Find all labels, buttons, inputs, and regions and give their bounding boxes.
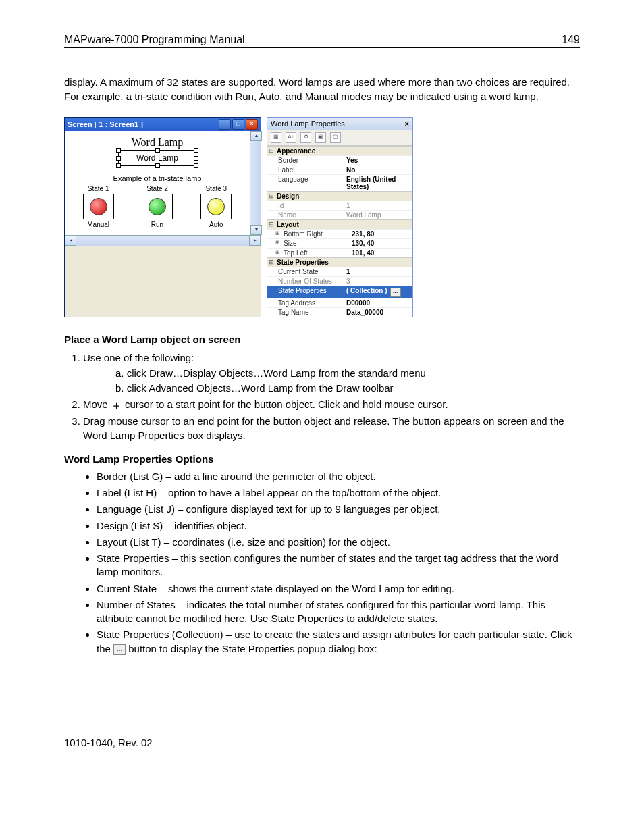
property-row[interactable]: Top Left101, 40 xyxy=(267,248,412,257)
list-item: State Properties (Collection) – use to c… xyxy=(97,628,580,656)
property-key: Id xyxy=(267,201,344,210)
properties-close-icon[interactable]: × xyxy=(405,120,409,128)
property-row[interactable]: Tag AddressD00000 xyxy=(267,298,412,307)
canvas-caption: Example of a tri-state lamp xyxy=(69,174,246,182)
property-row[interactable]: Current State1 xyxy=(267,267,412,276)
toolbar-icon[interactable]: ▢ xyxy=(330,132,341,143)
property-value[interactable]: 1 xyxy=(344,201,412,210)
sort-az-icon[interactable]: A↓ xyxy=(286,132,296,143)
property-value[interactable]: 130, 40 xyxy=(350,239,412,248)
toolbar-icon[interactable]: ▣ xyxy=(315,132,326,143)
window-titlebar[interactable]: Screen [ 1 : Screen1 ] _ □ × xyxy=(65,118,261,131)
state-head: State 1 xyxy=(72,185,126,192)
state-column: State 1Manual xyxy=(72,185,126,228)
property-row[interactable]: BorderYes xyxy=(267,155,412,165)
scroll-left-icon[interactable]: ◂ xyxy=(65,236,76,246)
state-head: State 2 xyxy=(130,185,184,192)
state-foot: Auto xyxy=(189,221,243,228)
property-key: Label xyxy=(267,165,344,174)
property-key: State Properties xyxy=(267,286,344,298)
section-heading: Place a Word Lamp object on screen xyxy=(64,334,580,345)
property-value[interactable]: Yes xyxy=(344,156,412,165)
property-value[interactable]: ( Collection )… xyxy=(344,286,412,298)
window-title: Screen [ 1 : Screen1 ] xyxy=(68,120,143,128)
properties-panel: Word Lamp Properties × ▦ A↓ ⚙ ▣ ▢ Appear… xyxy=(267,117,413,317)
vertical-scrollbar[interactable]: ▴ ▾ xyxy=(250,131,261,235)
list-item: Border (List G) – add a line around the … xyxy=(97,470,580,484)
property-key: Tag Address xyxy=(267,298,344,307)
property-row[interactable]: State Properties( Collection )… xyxy=(267,286,412,298)
list-item: Use one of the following: a. click Draw…… xyxy=(83,350,580,395)
property-key: Size xyxy=(267,239,350,248)
collection-editor-icon[interactable]: … xyxy=(113,644,126,655)
maximize-icon[interactable]: □ xyxy=(232,119,244,130)
state-column: State 2Run xyxy=(130,185,184,228)
header-page: 149 xyxy=(562,34,580,46)
property-row[interactable]: Bottom Right231, 80 xyxy=(267,229,412,238)
property-row[interactable]: Id1 xyxy=(267,201,412,210)
list-item: b. click Advanced Objects…Word Lamp from… xyxy=(115,381,580,395)
property-value[interactable]: 1 xyxy=(344,267,412,276)
property-value[interactable]: No xyxy=(344,165,412,174)
state-foot: Run xyxy=(130,221,184,228)
state-head: State 3 xyxy=(189,185,243,192)
property-row[interactable]: NameWord Lamp xyxy=(267,210,412,219)
list-item: Current State – shows the current state … xyxy=(97,582,580,596)
scroll-right-icon[interactable]: ▸ xyxy=(249,236,261,246)
list-item: Language (List J) – configure displayed … xyxy=(97,502,580,516)
scroll-up-icon[interactable]: ▴ xyxy=(250,131,262,141)
horizontal-scrollbar[interactable]: ◂ ▸ xyxy=(65,235,261,246)
properties-titlebar[interactable]: Word Lamp Properties × xyxy=(267,118,412,130)
lamp-box xyxy=(142,194,173,219)
properties-title: Word Lamp Properties xyxy=(271,120,345,128)
property-key: Current State xyxy=(267,267,344,276)
state-foot: Manual xyxy=(72,221,126,228)
property-key: Number Of States xyxy=(267,277,344,286)
property-category[interactable]: State Properties xyxy=(267,257,412,267)
property-value[interactable]: Word Lamp xyxy=(344,211,412,219)
property-row[interactable]: Size130, 40 xyxy=(267,238,412,248)
property-value[interactable]: D00000 xyxy=(344,298,412,307)
intro-paragraph: display. A maximum of 32 states are supp… xyxy=(64,75,580,103)
list-item: a. click Draw…Display Objects…Word Lamp … xyxy=(115,366,580,380)
close-icon[interactable]: × xyxy=(246,119,258,130)
state-column: State 3Auto xyxy=(189,185,243,228)
crosshair-cursor-icon: ＋ xyxy=(111,399,122,412)
minimize-icon[interactable]: _ xyxy=(219,119,231,130)
property-key: Bottom Right xyxy=(267,230,350,238)
lamp-box xyxy=(83,194,114,219)
page-footer: 1010-1040, Rev. 02 xyxy=(64,737,580,748)
property-value[interactable]: 231, 80 xyxy=(350,230,412,238)
canvas-heading: Word Lamp xyxy=(69,136,246,149)
list-item: State Properties – this section configur… xyxy=(97,552,580,579)
property-value[interactable]: 3 xyxy=(344,277,412,286)
list-item: Number of States – indicates the total n… xyxy=(97,598,580,626)
property-value[interactable]: 101, 40 xyxy=(350,249,412,257)
properties-toolbar: ▦ A↓ ⚙ ▣ ▢ xyxy=(267,130,412,146)
toolbar-icon[interactable]: ⚙ xyxy=(300,132,311,143)
property-row[interactable]: LabelNo xyxy=(267,165,412,174)
property-key: Name xyxy=(267,211,344,219)
property-value[interactable]: Data_00000 xyxy=(344,308,412,317)
header-title: MAPware-7000 Programming Manual xyxy=(64,34,245,46)
list-item: Move ＋ cursor to a start point for the b… xyxy=(83,396,580,413)
screen-canvas[interactable]: Word Lamp Word Lamp Example of a tri-sta… xyxy=(65,131,250,235)
options-list: Border (List G) – add a line around the … xyxy=(97,470,580,656)
collection-editor-icon[interactable]: … xyxy=(390,288,401,297)
scroll-down-icon[interactable]: ▾ xyxy=(250,225,262,235)
page-header: MAPware-7000 Programming Manual 149 xyxy=(64,34,580,48)
property-category[interactable]: Layout xyxy=(267,219,412,229)
property-category[interactable]: Appearance xyxy=(267,146,412,155)
property-row[interactable]: LanguageEnglish (United States) xyxy=(267,174,412,191)
list-item: Label (List H) – option to have a label … xyxy=(97,486,580,500)
property-key: Border xyxy=(267,156,344,165)
screen-editor-window: Screen [ 1 : Screen1 ] _ □ × Word Lamp W… xyxy=(64,117,261,317)
lamp-box xyxy=(200,194,232,219)
property-value[interactable]: English (United States) xyxy=(344,175,412,191)
word-lamp-object[interactable]: Word Lamp xyxy=(118,150,196,166)
property-row[interactable]: Number Of States3 xyxy=(267,276,412,286)
property-category[interactable]: Design xyxy=(267,191,412,201)
list-item: Design (List S) – identifies object. xyxy=(97,519,580,533)
property-row[interactable]: Tag NameData_00000 xyxy=(267,307,412,317)
categorize-icon[interactable]: ▦ xyxy=(271,132,281,143)
